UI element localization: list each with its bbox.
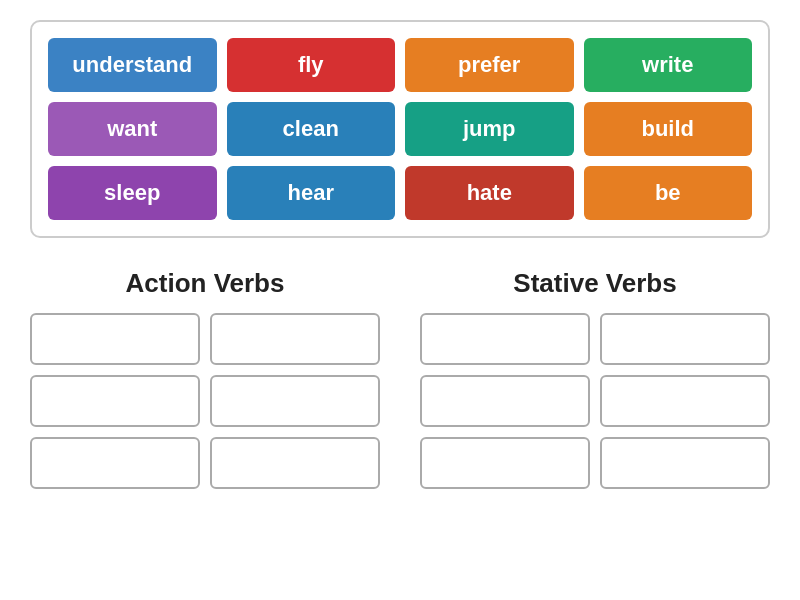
stative-drop-grid xyxy=(420,313,770,489)
stative-drop-box[interactable] xyxy=(600,437,770,489)
word-tile-hear[interactable]: hear xyxy=(227,166,396,220)
stative-verbs-title: Stative Verbs xyxy=(420,268,770,299)
word-tile-write[interactable]: write xyxy=(584,38,753,92)
word-bank: understandflypreferwritewantcleanjumpbui… xyxy=(30,20,770,238)
action-verbs-title: Action Verbs xyxy=(30,268,380,299)
action-drop-box[interactable] xyxy=(30,375,200,427)
stative-drop-box[interactable] xyxy=(600,313,770,365)
action-drop-box[interactable] xyxy=(30,437,200,489)
stative-drop-box[interactable] xyxy=(420,437,590,489)
word-tile-prefer[interactable]: prefer xyxy=(405,38,574,92)
action-drop-box[interactable] xyxy=(30,313,200,365)
action-drop-grid xyxy=(30,313,380,489)
categories-area: Action Verbs Stative Verbs xyxy=(30,268,770,489)
stative-drop-box[interactable] xyxy=(600,375,770,427)
word-tile-fly[interactable]: fly xyxy=(227,38,396,92)
word-tile-clean[interactable]: clean xyxy=(227,102,396,156)
action-drop-box[interactable] xyxy=(210,437,380,489)
action-drop-box[interactable] xyxy=(210,313,380,365)
word-tile-jump[interactable]: jump xyxy=(405,102,574,156)
word-tile-understand[interactable]: understand xyxy=(48,38,217,92)
word-tile-be[interactable]: be xyxy=(584,166,753,220)
action-drop-box[interactable] xyxy=(210,375,380,427)
stative-drop-box[interactable] xyxy=(420,313,590,365)
action-verbs-category: Action Verbs xyxy=(30,268,380,489)
word-tile-want[interactable]: want xyxy=(48,102,217,156)
stative-drop-box[interactable] xyxy=(420,375,590,427)
stative-verbs-category: Stative Verbs xyxy=(420,268,770,489)
word-tile-build[interactable]: build xyxy=(584,102,753,156)
word-tile-sleep[interactable]: sleep xyxy=(48,166,217,220)
word-tile-hate[interactable]: hate xyxy=(405,166,574,220)
